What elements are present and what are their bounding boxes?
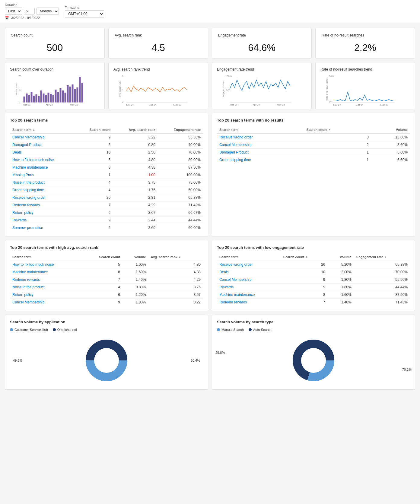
chart-area-avg-rank: 8 4 2 Mar 27 Apr 24 May 22 Avg. search r… <box>113 74 203 104</box>
svg-rect-3 <box>24 97 25 103</box>
table-row: Damaged Product15.60% <box>217 149 410 156</box>
timezone-select[interactable]: GMT+01:00 <box>65 10 104 17</box>
cell-rank: 4.29 <box>148 276 203 284</box>
svg-text:Apr 24: Apr 24 <box>149 103 157 106</box>
low-engagement-title: Top 20 search terms with low engagement … <box>217 245 410 250</box>
cell-rank: 3.22 <box>113 134 158 141</box>
donut-app-title: Search volume by application <box>10 320 203 324</box>
cell-volume: 2.00% <box>328 268 354 276</box>
cell-volume: 3.60% <box>371 141 410 149</box>
svg-rect-17 <box>57 92 59 103</box>
high-rank-table: Search term Search count Volume Avg. sea… <box>10 253 203 306</box>
svg-text:Search count: Search count <box>15 83 18 95</box>
cell-engagement: 100.00% <box>158 171 203 179</box>
col-le-volume[interactable]: Volume <box>328 253 354 261</box>
timezone-label: Timezone <box>65 6 104 9</box>
cell-volume: 5.60% <box>371 149 410 156</box>
cell-term: Missing Parts <box>10 171 76 179</box>
svg-rect-12 <box>45 95 47 103</box>
legend-auto-search: Auto Search <box>249 328 272 331</box>
cell-count: 1 <box>304 149 371 156</box>
low-engagement-scroll[interactable]: Search term Search count ▼ Volume Engage… <box>217 253 410 306</box>
legend-label-omnichannel: Omnichannel <box>57 328 77 331</box>
timezone-group: Timezone GMT+01:00 <box>65 6 104 17</box>
col-nr-volume[interactable]: Volume <box>371 126 410 134</box>
table-row: Summer promotion52.6060.00% <box>10 224 203 232</box>
cell-engagement: 60.00% <box>158 224 203 232</box>
cell-engagement: 70.00% <box>354 268 410 276</box>
donut-type-legend: Manual Search Auto Search <box>217 328 410 331</box>
table-row: Receive wrong order313.60% <box>217 134 410 141</box>
chart-engagement-trend: Engagement rate trend 100% 50% Mar 27 Ap… <box>212 62 312 109</box>
top-bar: Duration Last Months Days Weeks 📅 3/2/20… <box>0 0 420 23</box>
cell-count: 8 <box>82 268 122 276</box>
donut-app-label-right: 50.4% <box>191 359 200 362</box>
cell-engagement: 66.67% <box>158 209 203 217</box>
duration-preset-select[interactable]: Last <box>5 8 22 15</box>
svg-rect-13 <box>48 93 49 103</box>
cell-engagement: 80.00% <box>158 156 203 164</box>
col-le-engagement[interactable]: Engagement rate ▲ <box>354 253 410 261</box>
legend-label-auto: Auto Search <box>253 328 272 331</box>
svg-text:May 22: May 22 <box>380 103 389 106</box>
cell-volume: 6.60% <box>371 156 410 164</box>
donut-by-type: Search volume by search type Manual Sear… <box>212 315 415 390</box>
svg-text:May 22: May 22 <box>173 103 182 106</box>
cell-term: Machine maintenance <box>217 291 281 299</box>
cell-count: 3 <box>304 134 371 141</box>
col-search-count[interactable]: Search count <box>76 126 113 134</box>
col-le-count[interactable]: Search count ▼ <box>281 253 328 261</box>
col-search-term[interactable]: Search term ▲ <box>10 126 76 134</box>
donut-type-container: 29.8% 70.2% <box>217 336 410 385</box>
cell-term: Machine maintenance <box>10 268 82 276</box>
col-hr-term[interactable]: Search term <box>10 253 82 261</box>
table-row: Machine maintenance81.60%87.50% <box>217 291 410 299</box>
cell-volume: 1.20% <box>122 291 148 299</box>
table-row: Return policy61.20%3.67 <box>10 291 203 299</box>
metric-card-engagement: Engagement rate 64.6% <box>212 28 312 59</box>
cell-term: Damaged Product <box>217 149 304 156</box>
table-row: Receive wrong order262.8165.38% <box>10 194 203 201</box>
cell-count: 9 <box>281 284 328 291</box>
svg-text:Avg. search rank: Avg. search rank <box>119 81 121 97</box>
table-row: Cancel Membership23.60% <box>217 141 410 149</box>
col-hr-volume[interactable]: Volume <box>122 253 148 261</box>
col-nr-count[interactable]: Search count ▼ <box>304 126 371 134</box>
metric-title-engagement: Engagement rate <box>218 33 305 37</box>
cell-volume: 0.80% <box>122 284 148 291</box>
col-nr-term[interactable]: Search term <box>217 126 304 134</box>
top-search-terms-table-scroll[interactable]: Search term ▲ Search count Avg. search r… <box>10 126 203 231</box>
col-hr-rank[interactable]: Avg. search rank ▲ <box>148 253 203 261</box>
col-engagement[interactable]: Engagement rate <box>158 126 203 134</box>
svg-rect-7 <box>33 96 35 103</box>
top-search-terms-title: Top 20 search terms <box>10 118 203 122</box>
chart-title-avg-rank: Avg. search rank trend <box>113 67 203 71</box>
table-row: Rewards91.80%44.44% <box>217 284 410 291</box>
svg-text:10: 10 <box>19 88 21 91</box>
legend-label-manual: Manual Search <box>221 328 244 331</box>
cell-volume: 1.80% <box>328 284 354 291</box>
svg-text:Mar 27: Mar 27 <box>230 103 237 106</box>
date-range-text: 3/2/2022 - 9/1/2022 <box>11 16 40 20</box>
duration-value-input[interactable] <box>24 8 35 14</box>
svg-rect-6 <box>31 92 33 103</box>
cell-rank: 1.00 <box>113 171 158 179</box>
cell-count: 6 <box>76 209 113 217</box>
no-result-table-scroll[interactable]: Search term Search count ▼ Volume Receiv… <box>217 126 410 163</box>
col-le-term[interactable]: Search term <box>217 253 281 261</box>
chart-search-count-duration: Search count over duration 20 10 0 <box>5 62 105 109</box>
high-rank-scroll[interactable]: Search term Search count Volume Avg. sea… <box>10 253 203 306</box>
cell-count: 7 <box>82 276 122 284</box>
svg-text:100%: 100% <box>226 75 232 78</box>
col-avg-rank[interactable]: Avg. search rank <box>113 126 158 134</box>
svg-text:20: 20 <box>19 75 21 78</box>
svg-text:May 22: May 22 <box>70 103 78 106</box>
duration-unit-select[interactable]: Months Days Weeks <box>37 8 59 15</box>
cell-rank: 1.75 <box>113 186 158 194</box>
svg-rect-5 <box>28 95 30 103</box>
cell-count: 5 <box>76 141 113 149</box>
col-hr-count[interactable]: Search count <box>82 253 122 261</box>
cell-count: 5 <box>82 261 122 268</box>
cell-count: 5 <box>76 224 113 232</box>
legend-omnichannel: Omnichannel <box>53 328 77 331</box>
